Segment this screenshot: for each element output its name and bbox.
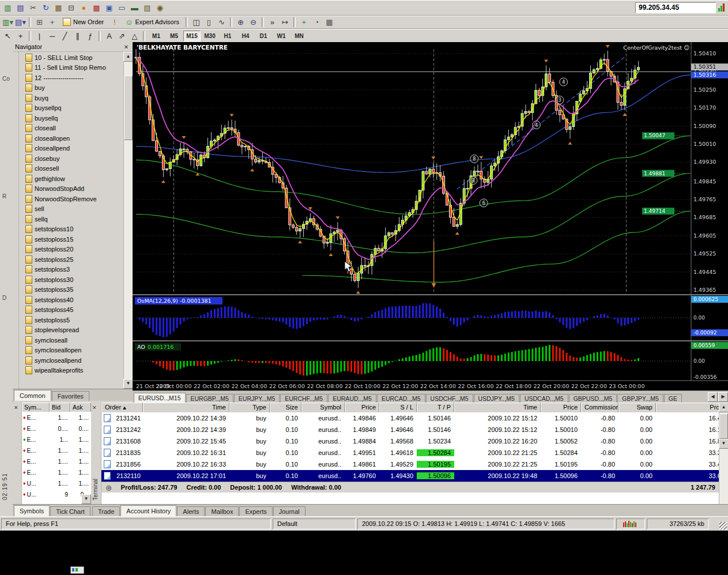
print-button[interactable]: ⊟ [65, 2, 77, 13]
history-column-header[interactable]: Commission [581, 403, 618, 412]
market-watch-scroll-down[interactable]: ▼ [81, 494, 91, 504]
market-watch-button[interactable]: ▩ [90, 2, 103, 13]
timeframe-d1-button[interactable]: D1 [255, 31, 272, 42]
grid-toggle-button[interactable]: ⊞ [33, 17, 46, 28]
chart-tab[interactable]: USDCHF..,M5 [426, 394, 473, 403]
navigator-script-item[interactable]: 12 ------------------- [13, 73, 123, 83]
navigator-script-item[interactable]: setstoploss20 [13, 245, 123, 255]
navigator-script-item[interactable]: setstoploss40 [13, 295, 123, 305]
history-row[interactable]: 21312412009.10.22 14:39buy0.10eurusd..1.… [101, 412, 728, 424]
navigator-script-item[interactable]: buyq [13, 93, 123, 103]
chart-tabs-scroll-left[interactable]: ◀ [708, 392, 718, 402]
text-button[interactable]: A [103, 31, 115, 42]
market-watch-row[interactable]: ♦E...0....0.... [22, 423, 91, 434]
history-row[interactable]: 21318562009.10.22 16:33buy0.10eurusd..1.… [101, 459, 728, 470]
navigator-script-item[interactable]: setstoploss10 [13, 224, 123, 235]
templates-button[interactable]: ▦ [323, 17, 335, 28]
cut-button[interactable]: ✂ [27, 2, 39, 13]
timeframe-m5-button[interactable]: M5 [165, 31, 183, 42]
history-row[interactable]: 21316082009.10.22 15:45buy0.10eurusd..1.… [101, 435, 728, 447]
new-chart-button[interactable]: ▥ [2, 2, 14, 13]
history-column-header[interactable]: S / L [379, 403, 417, 412]
auto-scroll-button[interactable]: » [266, 17, 278, 28]
new-order-button[interactable]: New Order [59, 17, 108, 28]
history-column-header[interactable]: Size [270, 403, 301, 412]
scroll-down-button[interactable]: ▼ [123, 379, 133, 389]
navigator-script-item[interactable]: buysellq [13, 113, 123, 123]
data-window-button[interactable]: ▣ [103, 2, 115, 13]
vertical-line-button[interactable]: | [33, 31, 46, 42]
timeframe-mn-button[interactable]: MN [291, 31, 308, 42]
navigator-script-item[interactable]: symcloseallopen [13, 345, 123, 356]
terminal-tab-trade[interactable]: Trade [92, 506, 120, 516]
zoom-in-button[interactable]: ⊕ [235, 17, 247, 28]
navigator-script-item[interactable]: symcloseall [13, 335, 123, 345]
navigator-script-item[interactable]: buy [13, 83, 123, 93]
market-watch-row[interactable]: ♦E...1....1.... [22, 467, 91, 478]
terminal-tab-account-history[interactable]: Account History [120, 505, 176, 516]
resize-grip[interactable] [719, 522, 727, 529]
terminal-tab-journal[interactable]: Journal [273, 506, 305, 516]
navigator-script-item[interactable]: symcloseallpend [13, 355, 123, 366]
navigator-script-item[interactable]: sellq [13, 214, 123, 224]
navigator-script-item[interactable]: setstoploss45 [13, 305, 123, 315]
navigator-script-item[interactable]: setstoploss25 [13, 254, 123, 265]
chart-window-dropdown[interactable]: ▥▾ [2, 17, 14, 28]
chart-tab[interactable]: GBPUSD..,M5 [569, 394, 617, 403]
market-watch-row[interactable]: ♦E...1...1.... [22, 434, 91, 445]
market-watch-row[interactable]: ♦U...99... [22, 488, 91, 499]
history-column-header[interactable]: Profit [656, 403, 728, 412]
history-column-header[interactable]: Symbol [301, 403, 345, 412]
navigator-script-item[interactable]: setstoploss35 [13, 285, 123, 295]
history-column-header[interactable]: Time [454, 403, 541, 412]
chart-tab[interactable]: GBPJPY..,M5 [617, 394, 663, 403]
navigator-script-item[interactable]: setstoploss3 [13, 265, 123, 275]
market-watch-row[interactable]: ♦E...1....1.... [22, 412, 91, 423]
profiles-button[interactable]: ▤ [14, 2, 27, 13]
timeframe-m15-button[interactable]: M15 [183, 31, 201, 42]
history-row[interactable]: 21312422009.10.22 14:39buy0.10eurusd..1.… [101, 424, 728, 435]
fibonacci-button[interactable]: ƒ [84, 31, 96, 42]
refresh-button[interactable]: ↻ [40, 2, 52, 13]
timeframe-h1-button[interactable]: H1 [219, 31, 236, 42]
market-watch-close-button[interactable]: ✕ [14, 405, 18, 411]
navigator-script-item[interactable]: gethighlow [13, 174, 123, 184]
chart-tab[interactable]: EURCAD..,M5 [377, 394, 425, 403]
market-watch-tab-symbols[interactable]: Symbols [14, 505, 50, 516]
history-column-header[interactable]: Price [345, 403, 379, 412]
navigator-script-item[interactable]: setstoploss30 [13, 275, 123, 285]
chart-tab[interactable]: EURUSD..,M15 [134, 393, 186, 403]
indicators-button[interactable]: + [298, 17, 310, 28]
chart-tab[interactable]: EURGBP..,M5 [186, 394, 233, 403]
chart-tab[interactable]: USDJPY..,M5 [474, 394, 519, 403]
alert-button[interactable]: ! [108, 17, 120, 28]
history-row[interactable]: 21318352009.10.22 16:31buy0.10eurusd..1.… [101, 447, 728, 459]
horizontal-line-button[interactable]: ─ [46, 31, 58, 42]
terminal-button[interactable]: ▬ [129, 2, 141, 13]
scroll-up-button[interactable]: ▲ [123, 52, 133, 62]
market-watch-tab-tick-chart[interactable]: Tick Chart [50, 506, 90, 516]
status-profile[interactable]: Default [273, 518, 356, 529]
terminal-scroll-up[interactable]: ▲ [719, 403, 728, 412]
terminal-scroll-down[interactable]: ▼ [719, 439, 728, 449]
terminal-tab-alerts[interactable]: Alerts [177, 506, 205, 516]
market-watch-row[interactable]: ♦E...1....1.... [22, 456, 91, 467]
market-watch-row[interactable]: ♦U...1....1.... [22, 478, 91, 488]
history-column-header[interactable]: Order ▴ [101, 403, 143, 412]
history-column-header[interactable]: Type [229, 403, 270, 412]
history-column-header[interactable]: Time [143, 403, 229, 412]
navigator-button[interactable]: ▧ [141, 2, 153, 13]
timeframe-m1-button[interactable]: M1 [148, 31, 165, 42]
fullscreen-button[interactable]: ▭ [116, 2, 128, 13]
market-watch-row[interactable]: ♦E...1....1.... [22, 445, 91, 456]
chart-tab[interactable]: USDCAD..,M5 [520, 394, 568, 403]
account-history-button[interactable]: ▦ [52, 2, 65, 13]
line-chart-button[interactable]: ∿ [216, 17, 228, 28]
navigator-script-item[interactable]: closeallpend [13, 144, 123, 154]
navigator-script-item[interactable]: closeall [13, 123, 123, 134]
history-row[interactable]: 21321102009.10.22 17:01buy0.10eurusd..1.… [101, 470, 728, 482]
navigator-script-item[interactable]: closesell [13, 164, 123, 174]
options-button[interactable]: ◉ [154, 2, 166, 13]
navigator-close-button[interactable]: ✕ [122, 44, 130, 50]
periods-dropdown[interactable]: ◔ [311, 17, 323, 28]
